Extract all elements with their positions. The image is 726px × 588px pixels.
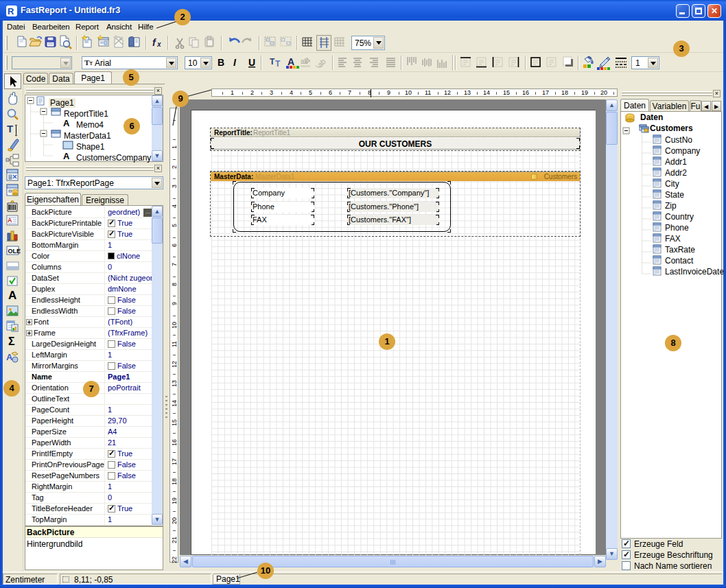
svg-text:A: A [8, 289, 16, 302]
svg-text:A: A [63, 151, 70, 161]
svg-text:Σ: Σ [8, 336, 15, 347]
svg-text:x: x [156, 40, 161, 48]
svg-text:I: I [233, 57, 237, 68]
svg-text:T: T [270, 57, 275, 67]
svg-text:OLE: OLE [8, 248, 21, 255]
svg-text:B: B [218, 57, 224, 68]
svg-text:A: A [288, 56, 294, 67]
svg-text:A: A [8, 217, 12, 224]
svg-text:U: U [248, 57, 255, 68]
svg-text:T: T [275, 59, 281, 69]
svg-text:f: f [152, 37, 156, 48]
svg-text:T: T [7, 123, 13, 134]
svg-text:A: A [63, 118, 70, 128]
